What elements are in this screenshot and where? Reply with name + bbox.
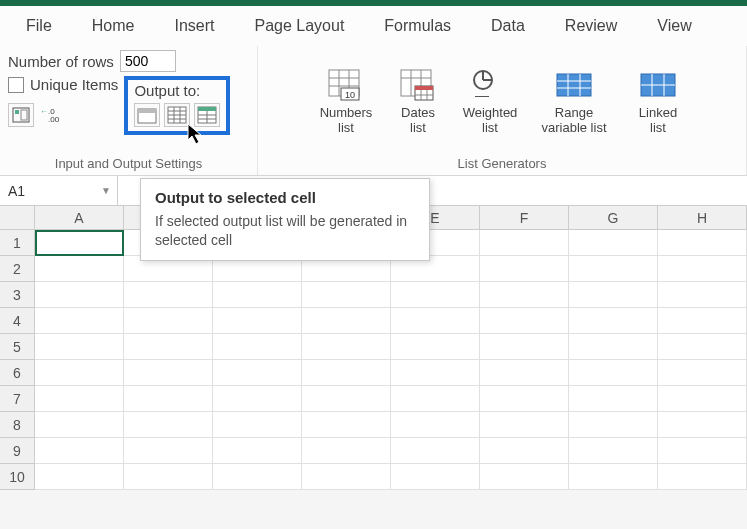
col-header-a[interactable]: A (35, 206, 124, 230)
output-to-table-button[interactable] (194, 103, 220, 127)
menu-tab-data[interactable]: Data (471, 6, 545, 46)
cell[interactable] (658, 308, 747, 334)
cell[interactable] (480, 334, 569, 360)
cell[interactable] (569, 256, 658, 282)
cell[interactable] (480, 438, 569, 464)
menu-tab-view[interactable]: View (637, 6, 711, 46)
unique-items-checkbox[interactable] (8, 77, 24, 93)
col-header-g[interactable]: G (569, 206, 658, 230)
menu-tab-formulas[interactable]: Formulas (364, 6, 471, 46)
cell[interactable] (569, 282, 658, 308)
cell[interactable] (391, 386, 480, 412)
cell[interactable] (35, 230, 124, 256)
cell[interactable] (302, 464, 391, 490)
cell[interactable] (658, 464, 747, 490)
cell[interactable] (35, 438, 124, 464)
cell[interactable] (658, 282, 747, 308)
cell[interactable] (35, 256, 124, 282)
input-area-icon[interactable] (8, 103, 34, 127)
cell[interactable] (302, 360, 391, 386)
cell[interactable] (302, 412, 391, 438)
name-box-dropdown-icon[interactable]: ▼ (101, 185, 111, 196)
cell[interactable] (658, 386, 747, 412)
output-to-cell-button[interactable] (134, 103, 160, 127)
row-header[interactable]: 8 (0, 412, 35, 438)
cell[interactable] (213, 360, 302, 386)
cell[interactable] (35, 334, 124, 360)
cell[interactable] (569, 386, 658, 412)
menu-tab-review[interactable]: Review (545, 6, 637, 46)
cell[interactable] (124, 438, 213, 464)
cell[interactable] (35, 282, 124, 308)
cell[interactable] (658, 230, 747, 256)
range-variable-list-button[interactable]: Range variable list (531, 64, 617, 140)
menu-tab-insert[interactable]: Insert (154, 6, 234, 46)
row-header[interactable]: 3 (0, 282, 35, 308)
cell[interactable] (124, 360, 213, 386)
cell[interactable] (302, 386, 391, 412)
cell[interactable] (480, 308, 569, 334)
dates-list-button[interactable]: Dates list (387, 64, 449, 140)
cell[interactable] (213, 334, 302, 360)
row-header[interactable]: 2 (0, 256, 35, 282)
cell[interactable] (480, 360, 569, 386)
cell[interactable] (480, 386, 569, 412)
cell[interactable] (480, 412, 569, 438)
cell[interactable] (480, 256, 569, 282)
cell[interactable] (35, 412, 124, 438)
cell[interactable] (302, 308, 391, 334)
row-header[interactable]: 1 (0, 230, 35, 256)
cell[interactable] (658, 438, 747, 464)
row-header[interactable]: 9 (0, 438, 35, 464)
cell[interactable] (569, 334, 658, 360)
cell[interactable] (213, 464, 302, 490)
row-header[interactable]: 10 (0, 464, 35, 490)
output-to-sheet-button[interactable] (164, 103, 190, 127)
menu-tab-pagelayout[interactable]: Page Layout (234, 6, 364, 46)
cell[interactable] (569, 230, 658, 256)
cell[interactable] (35, 360, 124, 386)
cell[interactable] (569, 438, 658, 464)
cell[interactable] (569, 360, 658, 386)
cell[interactable] (658, 334, 747, 360)
cell[interactable] (213, 438, 302, 464)
cell[interactable] (480, 282, 569, 308)
cell[interactable] (658, 256, 747, 282)
cell[interactable] (302, 282, 391, 308)
cell[interactable] (124, 308, 213, 334)
cell[interactable] (302, 438, 391, 464)
cell[interactable] (391, 360, 480, 386)
cell[interactable] (569, 464, 658, 490)
cell[interactable] (391, 438, 480, 464)
cell[interactable] (35, 464, 124, 490)
decimal-icon[interactable]: ←.0.00 (40, 103, 62, 127)
cell[interactable] (391, 334, 480, 360)
cell[interactable] (391, 308, 480, 334)
cell[interactable] (35, 386, 124, 412)
cell[interactable] (213, 282, 302, 308)
cell[interactable] (391, 412, 480, 438)
cell[interactable] (391, 464, 480, 490)
cell[interactable] (124, 412, 213, 438)
name-box[interactable]: A1 ▼ (0, 176, 118, 205)
cell[interactable] (124, 464, 213, 490)
row-header[interactable]: 5 (0, 334, 35, 360)
col-header-h[interactable]: H (658, 206, 747, 230)
cell[interactable] (480, 464, 569, 490)
cell[interactable] (213, 412, 302, 438)
row-header[interactable]: 6 (0, 360, 35, 386)
cell[interactable] (124, 282, 213, 308)
col-header-f[interactable]: F (480, 206, 569, 230)
cell[interactable] (213, 308, 302, 334)
select-all-corner[interactable] (0, 206, 35, 230)
cell[interactable] (213, 386, 302, 412)
cell[interactable] (35, 308, 124, 334)
menu-tab-home[interactable]: Home (72, 6, 155, 46)
cell[interactable] (302, 334, 391, 360)
cell[interactable] (569, 412, 658, 438)
cell[interactable] (391, 282, 480, 308)
cell[interactable] (658, 412, 747, 438)
row-header[interactable]: 7 (0, 386, 35, 412)
cell[interactable] (480, 230, 569, 256)
menu-tab-file[interactable]: File (6, 6, 72, 46)
